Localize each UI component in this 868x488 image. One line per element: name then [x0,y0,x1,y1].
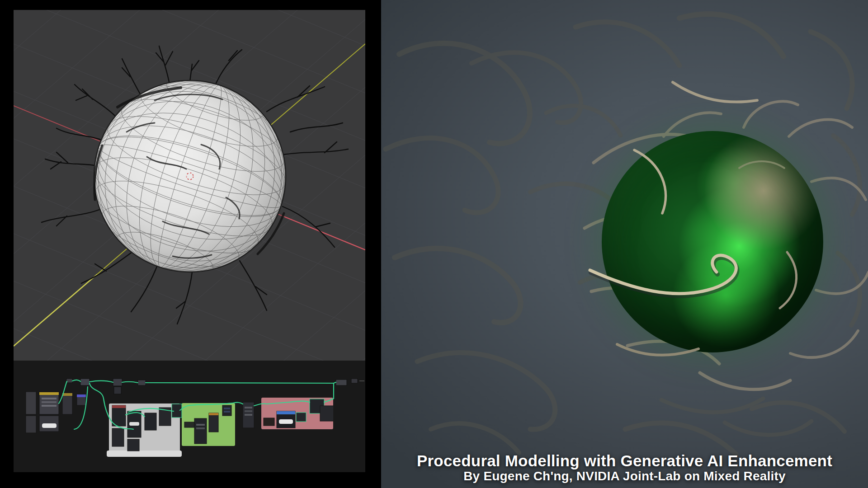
node-frame-gray-footer [107,450,182,457]
presentation-frame: Procedural Modelling with Generative AI … [0,0,868,488]
blender-3d-viewport[interactable] [14,10,365,361]
node-chain-top[interactable] [66,379,364,394]
viewport-canvas [14,10,365,361]
render-tendrils-front [381,0,868,488]
node-cluster-left[interactable] [26,392,86,433]
caption: Procedural Modelling with Generative AI … [381,453,868,483]
node-standalone[interactable] [243,402,254,428]
blender-node-editor[interactable] [14,361,365,472]
caption-title: Procedural Modelling with Generative AI … [381,453,868,469]
caption-subtitle: By Eugene Ch'ng, NVIDIA Joint-Lab on Mix… [381,469,868,483]
render-preview: Procedural Modelling with Generative AI … [381,0,868,488]
node-graph-canvas [14,361,365,472]
